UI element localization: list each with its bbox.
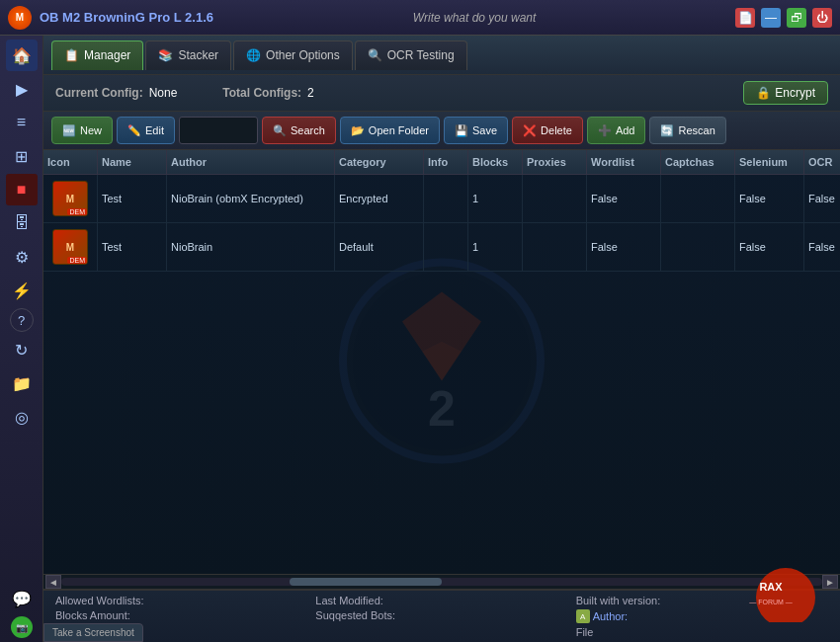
add-button[interactable]: ➕ Add (587, 117, 646, 144)
row2-wordlist: False (587, 223, 661, 271)
svg-text:2: 2 (428, 380, 456, 436)
scrollbar-track[interactable] (61, 578, 822, 586)
svg-point-0 (343, 262, 541, 459)
save-label: Save (472, 124, 497, 136)
close-button[interactable]: ⏻ (812, 8, 832, 28)
row1-proxies (523, 175, 587, 222)
open-folder-button[interactable]: 📂 Open Folder (340, 117, 440, 144)
sidebar-icon-target[interactable]: ◎ (6, 401, 38, 433)
row2-icon: M DEM (43, 223, 98, 271)
sidebar-icon-alert[interactable]: ■ (6, 174, 38, 205)
sidebar-icon-message[interactable]: 💬 (6, 583, 38, 614)
col-wordlist: Wordlist (587, 150, 661, 174)
add-label: Add (616, 124, 635, 136)
col-captchas: Captchas (661, 150, 735, 174)
file-ctrl-button[interactable]: 📄 (735, 8, 755, 28)
col-category: Category (335, 150, 424, 174)
save-icon: 💾 (455, 124, 468, 137)
tab-bar: 📋 Manager 📚 Stacker 🌐 Other Options 🔍 OC… (43, 36, 840, 75)
sidebar-icon-home[interactable]: 🏠 (6, 40, 38, 71)
delete-label: Delete (541, 124, 572, 136)
row2-category: Default (335, 223, 424, 271)
row1-wordlist: False (587, 175, 661, 222)
table-row[interactable]: M DEM Test NioBrain (obmX Encrypted) Enc… (43, 175, 840, 223)
col-author: Author (167, 150, 335, 174)
tab-manager[interactable]: 📋 Manager (51, 40, 143, 70)
save-button[interactable]: 💾 Save (444, 117, 508, 144)
m2-watermark: 2 (323, 242, 560, 482)
other-options-tab-label: Other Options (266, 48, 340, 62)
sidebar-icon-play[interactable]: ▶ (6, 73, 38, 105)
row2-info (424, 223, 468, 271)
sidebar-icon-folder[interactable]: 📁 (6, 367, 38, 399)
minimize-button[interactable]: — (761, 8, 781, 28)
ocr-tab-label: OCR Testing (387, 48, 455, 62)
app-title: OB M2 BrowninG Pro L 2.1.6 (40, 10, 213, 25)
edit-label: Edit (145, 124, 164, 136)
sidebar-icon-settings[interactable]: ⚙ (6, 241, 38, 273)
col-proxies: Proxies (523, 150, 587, 174)
rescan-icon: 🔄 (660, 124, 674, 137)
table-row[interactable]: M DEM Test NioBrain Default 1 False Fals… (43, 223, 840, 272)
col-selenium: Selenium (735, 150, 804, 174)
last-modified-label: Last Modified: (315, 595, 567, 606)
suggested-bots-label: Suqqested Bots: (315, 609, 567, 621)
row1-captchas (661, 175, 735, 222)
scroll-right-btn[interactable]: ► (822, 575, 838, 589)
sidebar-icon-notification[interactable]: 📷 (11, 616, 33, 638)
screenshot-button[interactable]: Take a Screenshot (43, 623, 143, 642)
row2-proxies (523, 223, 587, 271)
sidebar-icon-list[interactable]: ≡ (6, 107, 38, 138)
svg-text:RAX: RAX (759, 581, 783, 593)
rax-watermark: RAX — FORUM — (712, 553, 820, 622)
new-button[interactable]: 🆕 New (51, 117, 113, 144)
toolbar: 🆕 New ✏️ Edit 🔍 Search 📂 Open Folder 💾 S… (43, 112, 840, 150)
tab-ocr-testing[interactable]: 🔍 OCR Testing (355, 40, 467, 70)
row1-ocr: False (804, 175, 840, 222)
total-configs-label: Total Configs: (222, 86, 301, 100)
window-controls: 📄 — 🗗 ⏻ (735, 8, 832, 28)
row2-blocks: 1 (468, 223, 523, 271)
other-options-tab-icon: 🌐 (246, 48, 261, 62)
manager-tab-icon: 📋 (64, 48, 79, 62)
tab-stacker[interactable]: 📚 Stacker (145, 40, 231, 70)
lock-icon: 🔒 (756, 86, 771, 100)
sidebar-icon-database[interactable]: 🗄 (6, 207, 38, 239)
config-icon-1: M DEM (52, 181, 88, 216)
manager-tab-label: Manager (84, 48, 130, 62)
row1-name: Test (98, 175, 167, 222)
total-configs-value: 2 (307, 86, 314, 100)
sidebar-icon-help[interactable]: ? (10, 308, 34, 332)
sidebar-icon-grid[interactable]: ⊞ (6, 140, 38, 172)
author-icon: A (576, 609, 590, 623)
edit-button[interactable]: ✏️ Edit (117, 117, 175, 144)
search-input[interactable] (179, 117, 258, 144)
search-button[interactable]: 🔍 Search (262, 117, 336, 144)
scrollbar-thumb[interactable] (290, 578, 442, 586)
tab-other-options[interactable]: 🌐 Other Options (233, 40, 353, 70)
col-info: Info (424, 150, 468, 174)
table-header: Icon Name Author Category Info Blocks Pr… (43, 150, 840, 175)
encrypt-button[interactable]: 🔒 Encrypt (743, 81, 828, 105)
config-info: Current Config: None Total Configs: 2 (55, 86, 314, 100)
sidebar-icon-refresh[interactable]: ↻ (6, 334, 38, 365)
row2-name: Test (98, 223, 167, 271)
author-label: Author: (593, 610, 628, 622)
row1-info (424, 175, 468, 222)
rescan-button[interactable]: 🔄 Rescan (649, 117, 725, 144)
row2-author: NioBrain (167, 223, 335, 271)
current-config-value: None (149, 86, 178, 100)
col-ocr: OCR (804, 150, 840, 174)
sidebar-icon-lightning[interactable]: ⚡ (6, 275, 38, 306)
row1-selenium: False (735, 175, 804, 222)
maximize-button[interactable]: 🗗 (787, 8, 806, 28)
blocks-amount-label: Blocks Amount: (55, 609, 307, 621)
stacker-tab-label: Stacker (178, 48, 218, 62)
config-icon-2: M DEM (52, 229, 88, 265)
delete-button[interactable]: ❌ Delete (512, 117, 583, 144)
add-icon: ➕ (598, 124, 612, 137)
row1-author: NioBrain (obmX Encrypted) (167, 175, 335, 222)
scroll-left-btn[interactable]: ◄ (45, 575, 61, 589)
svg-point-1 (353, 272, 531, 449)
row2-captchas (661, 223, 735, 271)
